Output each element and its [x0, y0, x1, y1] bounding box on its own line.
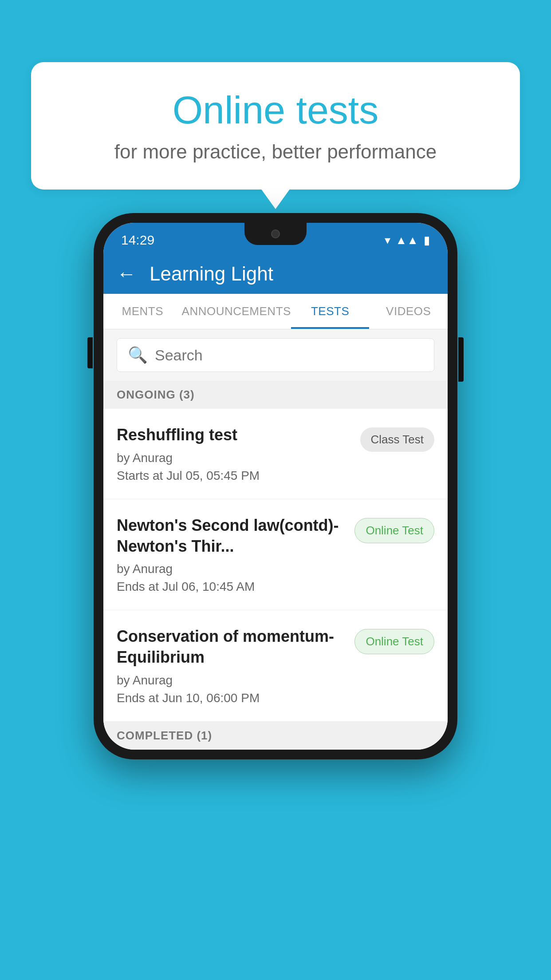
camera	[271, 229, 280, 238]
test-badge-newton: Online Test	[354, 518, 434, 543]
phone-notch	[244, 223, 307, 245]
search-icon: 🔍	[128, 346, 148, 364]
test-info-reshuffling: Reshuffling test by Anurag Starts at Jul…	[117, 425, 351, 483]
search-bar[interactable]: 🔍	[117, 338, 434, 372]
battery-icon: ▮	[424, 233, 430, 247]
test-name-reshuffling: Reshuffling test	[117, 425, 351, 446]
phone-mockup: 14:29 ▾ ▲▲ ▮ ← Learning Light MENTS ANNO…	[94, 213, 457, 759]
phone-screen: 14:29 ▾ ▲▲ ▮ ← Learning Light MENTS ANNO…	[103, 223, 448, 750]
test-author-conservation: by Anurag	[117, 673, 346, 688]
test-badge-conservation: Online Test	[354, 629, 434, 654]
test-info-conservation: Conservation of momentum-Equilibrium by …	[117, 626, 346, 705]
test-time-conservation: Ends at Jun 10, 06:00 PM	[117, 691, 346, 705]
test-badge-reshuffling: Class Test	[360, 427, 434, 452]
bubble-title: Online tests	[67, 89, 484, 132]
app-title: Learning Light	[150, 263, 273, 285]
test-author-reshuffling: by Anurag	[117, 451, 351, 465]
test-time-newton: Ends at Jul 06, 10:45 AM	[117, 580, 346, 594]
ongoing-test-list: Reshuffling test by Anurag Starts at Jul…	[103, 409, 448, 722]
test-time-reshuffling: Starts at Jul 05, 05:45 PM	[117, 469, 351, 483]
test-author-newton: by Anurag	[117, 562, 346, 576]
tab-ments[interactable]: MENTS	[103, 294, 182, 329]
search-input[interactable]	[155, 347, 423, 364]
tab-tests[interactable]: TESTS	[291, 294, 370, 329]
completed-section-header: COMPLETED (1)	[103, 722, 448, 750]
signal-icon: ▲▲	[396, 233, 418, 247]
phone-outer: 14:29 ▾ ▲▲ ▮ ← Learning Light MENTS ANNO…	[94, 213, 457, 759]
tab-announcements[interactable]: ANNOUNCEMENTS	[182, 294, 291, 329]
test-info-newton: Newton's Second law(contd)-Newton's Thir…	[117, 515, 346, 594]
test-item-newton[interactable]: Newton's Second law(contd)-Newton's Thir…	[103, 499, 448, 611]
test-name-conservation: Conservation of momentum-Equilibrium	[117, 626, 346, 668]
search-container: 🔍	[103, 329, 448, 381]
bubble-subtitle: for more practice, better performance	[67, 141, 484, 163]
tab-videos[interactable]: VIDEOS	[369, 294, 448, 329]
back-button[interactable]: ←	[117, 263, 136, 285]
ongoing-section-header: ONGOING (3)	[103, 381, 448, 409]
wifi-icon: ▾	[385, 233, 390, 247]
test-item-reshuffling[interactable]: Reshuffling test by Anurag Starts at Jul…	[103, 409, 448, 499]
app-header: ← Learning Light	[103, 254, 448, 294]
promo-card: Online tests for more practice, better p…	[31, 62, 520, 190]
status-icons: ▾ ▲▲ ▮	[385, 233, 430, 247]
test-name-newton: Newton's Second law(contd)-Newton's Thir…	[117, 515, 346, 557]
test-item-conservation[interactable]: Conservation of momentum-Equilibrium by …	[103, 610, 448, 722]
speech-bubble: Online tests for more practice, better p…	[31, 62, 520, 190]
tabs-bar: MENTS ANNOUNCEMENTS TESTS VIDEOS	[103, 294, 448, 329]
status-time: 14:29	[121, 233, 154, 248]
